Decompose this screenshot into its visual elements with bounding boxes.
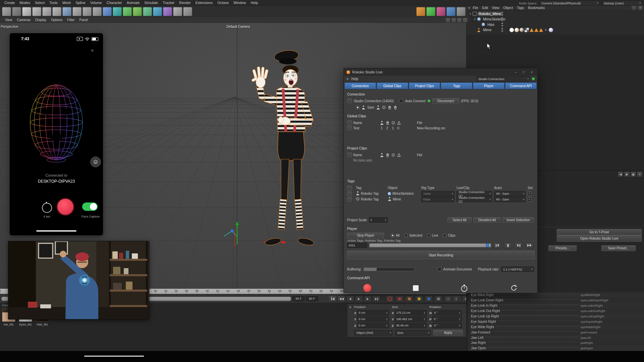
menu-item-spline[interactable]: Spline [73,1,88,5]
menu-item-window[interactable]: Window [231,1,248,5]
mime-character-model[interactable] [250,49,317,249]
visibility-dots[interactable] [501,17,503,21]
viewport-menu-cameras[interactable]: Cameras [15,18,33,22]
deselect-all-button[interactable]: Deselect All [474,217,500,223]
deformer-icon[interactable] [163,7,172,16]
menu-item-select[interactable]: Select [33,1,47,5]
blendshape-row[interactable]: Jaw RightjawRight [468,340,644,346]
plugin-misc-icon[interactable] [457,7,466,16]
player-option-all[interactable]: All [391,234,399,237]
coords-mode-select[interactable]: Object (Rel)▾ [354,330,392,336]
next-frame-button[interactable] [364,296,372,302]
display-grid-icon[interactable] [183,7,192,16]
set-checkbox[interactable]: ✓ [528,197,532,201]
spline-pen-icon[interactable] [113,7,122,16]
om-menu-tags[interactable]: Tags [515,6,526,10]
rotation-b-field[interactable]: 0 °▲▼ [433,323,462,328]
key-rotation-icon[interactable] [425,296,433,302]
save-preset-button[interactable]: Save Preset... [601,245,636,251]
mograph-icon[interactable] [123,7,132,16]
key-position-icon[interactable] [405,296,413,302]
menu-item-modes[interactable]: Modes [17,1,33,5]
tag-options-button[interactable] [347,197,352,202]
calibrate-face-button[interactable] [90,157,101,167]
tab-connection[interactable]: Connection [344,82,376,89]
rotate-view-icon[interactable] [457,18,462,23]
rokoko-tag-row[interactable]: Rokoko TagMimeSkeletonActor▾Studio Conne… [347,191,534,196]
plugin-cubes-icon[interactable] [446,7,455,16]
om-menu-edit[interactable]: Edit [480,6,490,10]
rokoko-help-menu[interactable]: Help [351,77,358,81]
radio-icon[interactable] [443,234,446,237]
api-record-button[interactable] [363,284,371,292]
blendshape-row[interactable]: Eye Look In RighteyeLookInRight [468,303,644,308]
blendshape-row[interactable]: Eye Squint RighteyeSquintRight [468,319,644,324]
end-frame-field[interactable]: 90 F [306,296,318,301]
rotation-p-field[interactable]: 0 °▲▼ [432,316,462,322]
render-view-icon[interactable] [72,7,82,16]
display-tag-icon[interactable] [549,28,553,32]
visibility-dots[interactable] [501,28,503,32]
blendshape-row[interactable]: Jaw ForwardjawForward [468,329,644,335]
render-settings-icon[interactable] [93,7,102,16]
tab-global-clips[interactable]: Global Clips [377,82,408,89]
render-region-icon[interactable] [83,7,92,16]
toggle-view-icon[interactable] [463,18,468,23]
record-button[interactable] [57,199,73,215]
om-filter-icon[interactable]: ≡ [638,5,643,10]
apply-button[interactable]: Apply [433,330,463,336]
object-tree-item-rokoko_mime[interactable]: ▾Rokoko_Mime [467,11,644,16]
volume-icon[interactable] [153,7,162,16]
close-icon[interactable]: × [529,70,535,74]
back-icon[interactable]: ◀ [618,172,623,177]
api-reset-button[interactable] [510,284,518,292]
global-clip-row[interactable]: Test 1210 New Recording.rec [347,125,534,131]
coords-menu-icon[interactable]: ≡ [347,305,354,309]
om-menu-view[interactable]: View [490,6,501,10]
blendshape-row[interactable]: Eye Look Up RighteyeLookUpRight [468,314,644,319]
viewport-menu-options[interactable]: Options [49,18,65,22]
menu-item-mesh[interactable]: Mesh [60,1,73,5]
rokoko-tag-row[interactable]: Rokoko TagMimeFace▾Studio Connection (1)… [347,196,534,202]
move-icon[interactable] [32,7,41,16]
forward-icon[interactable]: ▶ [624,172,630,177]
size-x-field[interactable]: 175.13 cm▲▼ [395,310,427,315]
prev-frame-button[interactable] [346,296,354,302]
viewport-menu-view[interactable]: View [3,18,15,22]
disconnect-button[interactable]: Disconnect [432,98,459,104]
rig-type-select[interactable]: Face▾ [421,197,454,202]
goto-end-button[interactable] [372,296,380,302]
player-option-clips[interactable]: Clips [443,234,455,237]
maximize-icon[interactable]: □ [521,70,527,74]
actor-radio[interactable] [356,106,360,109]
phone-menu-icon[interactable]: ≡ [91,48,94,53]
expand-caret-icon[interactable]: ▾ [473,18,477,21]
animate-document-checkbox[interactable] [437,267,441,271]
menu-item-render[interactable]: Render [177,1,193,5]
add-global-clip-button[interactable] [347,120,352,125]
menu-item-help[interactable]: Help [248,1,260,5]
object-tree-item-mimeskeleton[interactable]: ▾MimeSkeleton [467,16,644,22]
plugin-nodes-icon[interactable] [426,7,435,16]
api-calibrate-timer-button[interactable] [460,284,468,292]
player-frame-field[interactable]: 4251 [347,243,367,248]
add-tag-button[interactable] [347,186,352,190]
rokoko-hamburger-icon[interactable]: ≡ [346,77,348,81]
radio-icon[interactable] [391,234,394,237]
rotation-h-field[interactable]: 0 °▲▼ [433,310,462,315]
menu-item-character[interactable]: Character [104,1,124,5]
radio-icon[interactable] [404,234,408,237]
material-menu-label[interactable]: Crea [2,304,9,307]
coords-size-mode-select[interactable]: Size▾ [395,330,431,336]
blendshape-row[interactable]: Eye Look Down RighteyeLookDownRight [468,298,644,303]
live-selection-icon[interactable] [22,7,31,16]
material-tag-icon[interactable] [509,28,514,32]
minimize-icon[interactable]: – [513,70,519,74]
selection-tag-icon[interactable] [539,28,543,32]
autokey-icon[interactable] [395,296,404,302]
add-project-clip-button[interactable] [347,153,352,157]
om-menu-object[interactable]: Object [501,6,515,10]
player-option-live[interactable]: Live [427,234,438,237]
viewport-menu-filter[interactable]: Filter [65,18,77,22]
stop-player-button[interactable]: Stop Player [347,233,384,238]
